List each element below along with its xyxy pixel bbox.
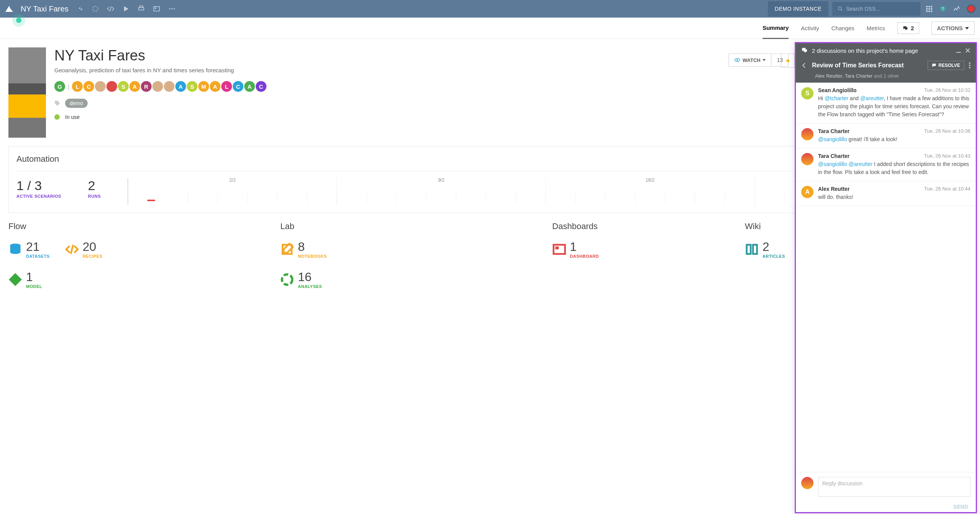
- circle-dashed-icon: [280, 273, 294, 286]
- message: Tara CharterTue, 26 Nov at 10:36 @sangio…: [796, 124, 976, 148]
- mention[interactable]: @sangiolillo: [818, 161, 847, 167]
- avatar[interactable]: A: [244, 81, 255, 92]
- avatar[interactable]: C: [256, 81, 266, 92]
- avatar[interactable]: G: [54, 81, 65, 92]
- avatar[interactable]: L: [72, 81, 83, 92]
- avatar[interactable]: [106, 81, 117, 92]
- svg-rect-12: [926, 8, 928, 10]
- stat-articles[interactable]: 2ARTICLES: [745, 240, 785, 259]
- avatar[interactable]: [95, 81, 106, 92]
- discussion-header: 2 discussions on this project's home pag…: [796, 43, 976, 58]
- avatar[interactable]: [152, 81, 163, 92]
- avatar[interactable]: A: [210, 81, 220, 92]
- avatar[interactable]: S: [118, 81, 129, 92]
- print-icon[interactable]: [137, 5, 145, 13]
- edit-icon: [280, 242, 294, 256]
- message-text: will do. thanks!: [818, 193, 970, 201]
- avatar[interactable]: M: [198, 81, 209, 92]
- tag-icon: [54, 100, 60, 106]
- resolve-button[interactable]: RESOLVE: [928, 61, 964, 70]
- apps-grid-icon[interactable]: [926, 5, 933, 12]
- help-icon[interactable]: ?: [939, 5, 946, 12]
- svg-rect-15: [926, 11, 928, 12]
- avatar[interactable]: L: [221, 81, 232, 92]
- tab-changes[interactable]: Changes: [831, 18, 854, 38]
- more-icon[interactable]: [168, 5, 176, 13]
- message-time: Tue, 26 Nov at 10:36: [924, 128, 970, 134]
- avatar[interactable]: R: [141, 81, 152, 92]
- activity-icon[interactable]: [953, 5, 960, 12]
- timeline-error-marker: [147, 200, 155, 201]
- stat-recipes[interactable]: 20RECIPES: [65, 240, 103, 259]
- star-button[interactable]: ★: [781, 54, 795, 68]
- play-icon[interactable]: [122, 5, 130, 13]
- stat-datasets[interactable]: 21DATASETS: [8, 240, 50, 259]
- svg-point-0: [93, 6, 98, 11]
- message-time: Tue, 26 Nov at 10:43: [924, 153, 970, 159]
- svg-rect-27: [746, 245, 751, 254]
- circle-dashed-icon[interactable]: [91, 5, 99, 13]
- actions-button[interactable]: ACTIONS: [931, 21, 975, 35]
- runs-label: RUNS: [88, 194, 101, 198]
- stat-notebooks[interactable]: 8NOTEBOOKS: [280, 240, 327, 259]
- mention[interactable]: @areutter: [860, 95, 884, 101]
- minimize-icon[interactable]: [956, 48, 961, 53]
- tab-activity[interactable]: Activity: [801, 18, 819, 38]
- notification-badge[interactable]: [967, 5, 975, 13]
- demo-instance-badge: DEMO INSTANCE: [768, 1, 828, 16]
- mention[interactable]: @areutter: [849, 161, 872, 167]
- code-icon[interactable]: [107, 5, 114, 13]
- timeline-date: 9/2: [438, 177, 444, 183]
- search-box[interactable]: [832, 2, 920, 16]
- database-icon: [8, 242, 22, 256]
- timeline-date: 2/2: [229, 177, 236, 183]
- active-scenarios-label: ACTIVE SCENARIOS: [16, 194, 61, 198]
- close-icon[interactable]: [965, 48, 970, 53]
- more-vertical-icon[interactable]: [969, 62, 970, 68]
- avatar[interactable]: C: [83, 81, 94, 92]
- svg-point-24: [282, 274, 292, 285]
- star-wrap: ★: [777, 54, 795, 68]
- avatar: S: [801, 87, 813, 99]
- message-author: Sean Angiolillo: [818, 87, 857, 93]
- tab-metrics[interactable]: Metrics: [867, 18, 885, 38]
- comments-button[interactable]: 2: [897, 22, 919, 34]
- avatar[interactable]: [164, 81, 175, 92]
- svg-rect-3: [154, 7, 159, 11]
- avatar[interactable]: S: [187, 81, 198, 92]
- articles-icon: [745, 242, 759, 256]
- message-text: Hi @tcharter and @areutter, I have made …: [818, 94, 970, 119]
- svg-rect-17: [931, 11, 933, 12]
- message: Tara CharterTue, 26 Nov at 10:43 @sangio…: [796, 148, 976, 181]
- stat-model[interactable]: 1MODEL: [8, 270, 42, 289]
- subnav: Summary Activity Changes Metrics 2 ACTIO…: [0, 18, 980, 39]
- flow-icon[interactable]: [76, 5, 84, 13]
- back-icon[interactable]: [801, 62, 807, 68]
- topbar-project-title[interactable]: NY Taxi Fares: [21, 5, 69, 13]
- message-author: Alex Reutter: [818, 186, 849, 192]
- stat-dashboard[interactable]: 1DASHBOARD: [552, 240, 599, 259]
- svg-rect-4: [155, 8, 156, 9]
- avatar-separator: |: [66, 81, 71, 92]
- svg-point-7: [173, 8, 175, 9]
- discussion-messages: S Sean AngiolilloTue, 26 Nov at 10:32 Hi…: [796, 83, 976, 289]
- stat-analyses[interactable]: 16ANALYSES: [280, 270, 322, 289]
- watch-button[interactable]: WATCH: [729, 54, 771, 66]
- running-indicator-icon: [16, 18, 21, 23]
- avatar[interactable]: A: [175, 81, 186, 92]
- flow-heading: Flow: [8, 221, 273, 231]
- mention[interactable]: @sangiolillo: [818, 136, 847, 142]
- svg-rect-26: [555, 246, 559, 249]
- status-line: In use: [54, 114, 266, 120]
- mention[interactable]: @tcharter: [825, 95, 848, 101]
- tag-demo[interactable]: demo: [65, 99, 88, 108]
- avatar: [801, 153, 813, 165]
- tab-summary[interactable]: Summary: [763, 18, 789, 39]
- avatar[interactable]: A: [129, 81, 140, 92]
- message: A Alex ReutterTue, 26 Nov at 10:44 will …: [796, 181, 976, 206]
- search-input[interactable]: [846, 6, 915, 12]
- discussion-subheader: Review of Time Series Forecast RESOLVE: [796, 58, 976, 72]
- dashboard-icon[interactable]: [153, 5, 160, 13]
- dataiku-logo-icon[interactable]: [5, 4, 14, 13]
- avatar[interactable]: C: [233, 81, 243, 92]
